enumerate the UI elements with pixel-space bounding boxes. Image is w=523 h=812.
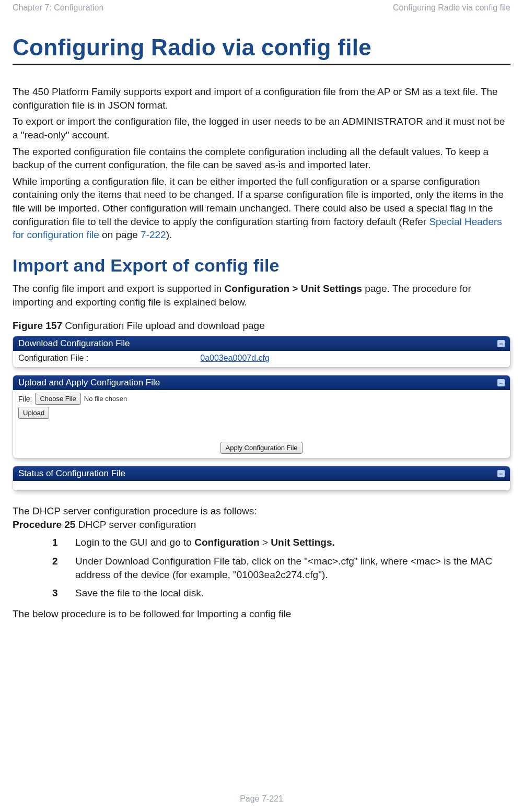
config-file-download-link[interactable]: 0a003ea0007d.cfg	[200, 354, 270, 363]
intro-text-a: The config file import and export is sup…	[13, 283, 225, 294]
section-import-export-title: Import and Export of config file	[13, 255, 510, 276]
procedure-outro: The below procedure is to be followed fo…	[13, 607, 510, 621]
upload-config-panel: Upload and Apply Configuration File − Fi…	[13, 375, 510, 458]
procedure-step-3: Save the file to the local disk.	[13, 586, 510, 600]
status-config-panel: Status of Configuration File −	[13, 466, 510, 491]
file-label: File:	[18, 395, 32, 403]
collapse-icon[interactable]: −	[497, 340, 505, 347]
intro-bold: Configuration > Unit Settings	[225, 283, 362, 294]
page-footer: Page 7-221	[0, 794, 523, 804]
paragraph-4: While importing a configuration file, it…	[13, 175, 510, 242]
step1-sep: >	[260, 537, 271, 548]
paragraph-4-text-c: ).	[166, 229, 172, 240]
upload-config-panel-title: Upload and Apply Configuration File	[18, 378, 160, 388]
title-underline	[13, 64, 510, 65]
status-config-panel-header: Status of Configuration File −	[13, 466, 510, 481]
config-file-label: Configuration File :	[18, 354, 88, 363]
choose-file-button[interactable]: Choose File	[35, 393, 80, 405]
procedure-step-1: Login to the GUI and go to Configuration…	[13, 536, 510, 549]
upload-button[interactable]: Upload	[18, 407, 49, 419]
download-config-panel: Download Configuration File − Configurat…	[13, 336, 510, 368]
collapse-icon[interactable]: −	[497, 379, 505, 386]
figure-label: Figure 157	[13, 320, 62, 331]
procedure-step-2: Under Download Configuration File tab, c…	[13, 555, 510, 581]
procedure-steps: Login to the GUI and go to Configuration…	[13, 536, 510, 600]
paragraph-1: The 450 Platform Family supports export …	[13, 85, 510, 112]
step1-text-a: Login to the GUI and go to	[75, 537, 194, 548]
paragraph-3: The exported configuration file contains…	[13, 145, 510, 172]
download-config-panel-title: Download Configuration File	[18, 338, 130, 349]
no-file-chosen-text: No file chosen	[84, 395, 127, 403]
collapse-icon[interactable]: −	[497, 470, 505, 477]
procedure-caption-text: DHCP server configuration	[75, 519, 196, 530]
upload-config-panel-header: Upload and Apply Configuration File −	[13, 375, 510, 390]
import-export-intro: The config file import and export is sup…	[13, 282, 510, 309]
page-title: Configuring Radio via config file	[13, 34, 510, 61]
section-breadcrumb: Configuring Radio via config file	[393, 3, 510, 13]
page-ref-link[interactable]: 7-222	[141, 229, 166, 240]
step1-bold-2: Unit Settings.	[271, 537, 334, 548]
chapter-breadcrumb: Chapter 7: Configuration	[13, 3, 103, 13]
download-config-panel-header: Download Configuration File −	[13, 336, 510, 351]
step1-bold-1: Configuration	[194, 537, 260, 548]
procedure-lead: The DHCP server configuration procedure …	[13, 505, 510, 517]
procedure-number: Procedure 25	[13, 519, 75, 530]
figure-caption-text: Configuration File upload and download p…	[62, 320, 265, 331]
config-panels-figure: Download Configuration File − Configurat…	[13, 336, 510, 491]
procedure-caption: Procedure 25 DHCP server configuration	[13, 519, 510, 531]
paragraph-2: To export or import the configuration fi…	[13, 115, 510, 142]
figure-caption: Figure 157 Configuration File upload and…	[13, 320, 510, 332]
apply-configuration-button[interactable]: Apply Configuration File	[220, 442, 302, 454]
status-config-panel-title: Status of Configuration File	[18, 468, 125, 479]
paragraph-4-text-b: on page	[99, 229, 141, 240]
